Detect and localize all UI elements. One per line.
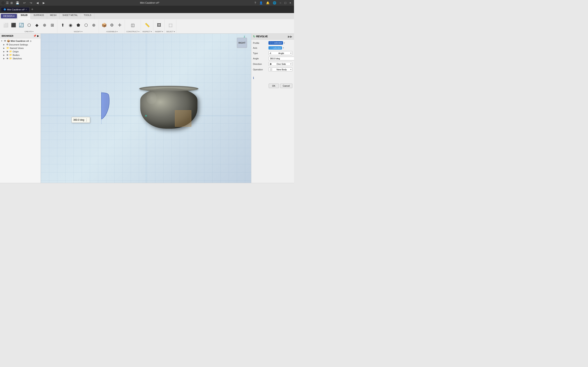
sweep-btn[interactable]: ⬡ [25,22,33,28]
rib-btn[interactable]: ⊕ [41,22,48,28]
browser-item-named-views[interactable]: ▶ 📁 Named Views [0,46,41,50]
tab-sheet-metal[interactable]: SHEET METAL [60,13,81,19]
tab-mesh[interactable]: MESH [47,13,60,19]
revolve-icon: 🔄 [19,23,24,27]
select-btn[interactable]: ⬚ [167,22,174,28]
viewport[interactable]: Z RIGHT [41,34,251,183]
profile-selected-btn[interactable]: ⬡ 1 selected [268,41,283,45]
maximize-button[interactable]: □ [283,1,287,5]
panel-expand-btn[interactable]: ▶▶ [288,35,292,38]
browser-item-origin[interactable]: ▶ 👁 📁 Origin [0,50,41,53]
online-button[interactable]: 🌐 [272,1,277,5]
panel-title: REVOLVE [256,35,268,38]
new-component-btn[interactable]: 📦 [100,22,108,28]
visibility-origin-icon[interactable]: 👁 [6,50,9,53]
undo-button[interactable]: ↩ [22,1,27,5]
tab-surface[interactable]: SURFACE [31,13,47,19]
viewcube-face[interactable]: RIGHT [237,38,247,48]
type-dropdown[interactable]: ∠ Angle ▾ [268,51,292,55]
select-group-label[interactable]: SELECT ▾ [166,31,175,33]
notification-button[interactable]: 🔔 [265,1,271,5]
browser-item-root[interactable]: ▼ 👁 📦 Mini Cauldron v4 ⊙ [0,39,41,43]
close-button[interactable]: × [288,1,292,5]
loft-btn[interactable]: ◆ [33,22,40,28]
chamfer-btn[interactable]: ⬟ [75,22,82,28]
tab-design[interactable]: 🔷 Mini Cauldron v4* × [1,7,30,12]
cancel-button[interactable]: Cancel [280,83,292,88]
angle-popup-menu[interactable]: ⋮ [85,118,88,122]
info-icon[interactable]: ℹ [253,76,292,80]
revolve-btn[interactable]: 🔄 [17,22,25,28]
activate-icon[interactable]: ⊙ [30,40,31,42]
axis-clear-btn[interactable]: × [283,47,284,49]
axis-selected-label: 1 selected [272,47,281,49]
viewcube[interactable]: Z RIGHT [235,36,249,50]
profile-sketch [93,92,110,125]
operation-dropdown-label: New Body [277,68,287,71]
doc-settings-icon: ⚙ [6,43,8,46]
offset-plane-btn[interactable]: ◫ [129,22,137,28]
new-tab-button[interactable]: + [30,7,35,12]
combine-btn[interactable]: ⊕ [90,22,97,28]
operation-dropdown[interactable]: ⬜ New Body ▾ [268,67,292,71]
direction-field-value: ◑ One Side ▾ [268,62,292,66]
save-button[interactable]: 💾 [15,1,20,5]
inspect-group-label[interactable]: INSPECT ▾ [143,31,152,33]
measure-btn[interactable]: 📏 [144,22,151,28]
construct-group-label[interactable]: CONSTRUCT ▾ [126,31,139,33]
nav-back-button[interactable]: ◀ [35,1,40,5]
rib-icon: ⊕ [43,23,46,27]
tabs-bar: 🔷 Mini Cauldron v4* × + [0,6,294,13]
account-button[interactable]: 👤 [258,1,264,5]
angle-field-value [268,57,294,60]
modify-group-label[interactable]: MODIFY ▾ [74,31,82,33]
tab-tools[interactable]: TOOLS [81,13,94,19]
revolve-header-icon: ↻ [253,35,255,38]
browser-item-doc-settings[interactable]: ▶ ⚙ Document Settings [0,43,41,46]
nav-forward-button[interactable]: ▶ [42,1,46,5]
minimize-button[interactable]: − [278,1,282,5]
design-label: DESIGN ▾ [3,15,15,17]
ribbon-group-inspect: 📏 INSPECT ▾ [141,20,153,33]
browser-item-sketches[interactable]: ▶ 👁 📁 Sketches [0,57,41,60]
profile-selected-icon: ⬡ [270,42,272,44]
browser-pin-btn[interactable]: 📌 [33,34,36,37]
browser-expand-btn[interactable]: ▶ [37,34,39,37]
visibility-bodies-icon[interactable]: 👁 [6,54,9,56]
browser-item-bodies[interactable]: ▶ 👁 📁 Bodies [0,53,41,57]
create-group-label[interactable]: CREATE ▾ [25,31,33,33]
profile-clear-btn[interactable]: × [284,42,285,44]
insert-group-label[interactable]: INSERT ▾ [155,31,163,33]
angle-value: 360.0 deg [73,118,84,121]
move-btn[interactable]: ✛ [116,22,123,28]
help-button[interactable]: ? [253,1,257,5]
operation-label: Operation [253,68,267,71]
assemble-group-label[interactable]: ASSEMBLE ▾ [106,31,118,33]
press-pull-btn[interactable]: ⬆ [59,22,66,28]
angle-popup[interactable]: 360.0 deg ⋮ [71,117,90,123]
grid-icon[interactable]: ⊞ [10,1,13,4]
type-field-row: Type ∠ Angle ▾ [253,51,292,55]
shell-btn[interactable]: ⬡ [82,22,90,28]
fillet-btn[interactable]: ◉ [67,22,74,28]
extrude-btn[interactable]: ⬛ [10,22,17,28]
tab-solid[interactable]: SOLID [18,13,31,19]
ok-button[interactable]: OK [269,83,279,88]
visibility-icon[interactable]: 👁 [4,40,6,42]
design-dropdown[interactable]: DESIGN ▾ [1,14,17,18]
profile-label: Profile [253,42,267,44]
axis-selected-btn[interactable]: ↕ 1 selected [268,46,282,50]
joint-btn[interactable]: ⚙ [108,22,116,28]
top-bar: ⬡ ☰ ⊞ 💾 ↩ ↪ ◀ ▶ Mini Cauldron v4* ? 👤 🔔 … [0,0,294,6]
app-menu-icon[interactable]: ☰ [6,1,9,4]
expand-root-icon: ▼ [1,40,3,42]
redo-button[interactable]: ↪ [29,1,34,5]
direction-dropdown[interactable]: ◑ One Side ▾ [268,62,292,66]
web-btn[interactable]: ⊞ [49,22,56,28]
angle-input[interactable] [268,57,294,60]
visibility-sketches-icon[interactable]: 👁 [6,57,9,60]
tab-close-icon[interactable]: × [26,8,27,11]
insert-btn[interactable]: 🖼 [155,22,163,28]
create-sketch-btn[interactable]: ⬜ [2,22,9,28]
doc-settings-label: Document Settings [9,43,28,46]
